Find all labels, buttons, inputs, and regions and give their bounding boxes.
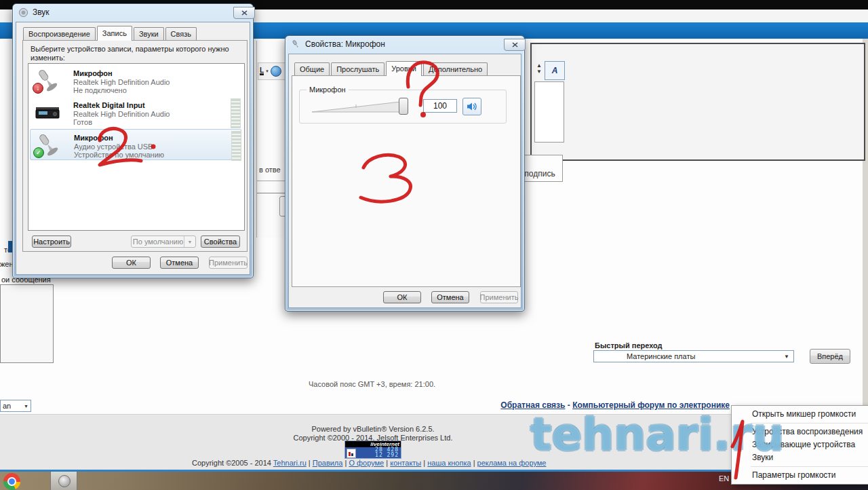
sound-dialog-body: Воспроизведение Запись Звуки Связь Выбер… [16, 22, 250, 275]
chevron-down-icon[interactable]: ▼ [184, 236, 195, 247]
left-panel-box [0, 284, 54, 363]
microphone-group-label: Микрофон [307, 86, 349, 94]
ok-button[interactable]: ОК [383, 291, 421, 303]
feedback-link[interactable]: Обратная связь [500, 400, 565, 410]
signature-label: подпись [524, 169, 555, 178]
cancel-label: Отмена [166, 259, 193, 267]
mic-properties-tabs: Общие Прослушать Уровни Дополнительно [294, 61, 489, 75]
tab-recording[interactable]: Запись [97, 26, 132, 41]
configure-button[interactable]: Настроить [32, 235, 71, 248]
post-text-fragment: в отве [259, 166, 281, 174]
apply-button[interactable]: Применить [480, 291, 518, 303]
default-device-badge-icon: ✓ [33, 147, 44, 158]
bottom-links: Обратная связь - Компьютерный форум по э… [434, 400, 730, 410]
footer-link-ads[interactable]: реклама на форуме [477, 459, 547, 467]
device-row-mic-usb[interactable]: ✓ Микрофон Аудио устройства USB Устройст… [30, 129, 241, 160]
language-dropdown[interactable]: an ▼ [0, 400, 31, 412]
speaker-icon [467, 102, 477, 111]
tab-listen[interactable]: Прослушать [331, 62, 384, 75]
level-value-input[interactable] [423, 99, 457, 113]
forward-button[interactable]: Вперёд [810, 349, 850, 364]
mic-properties-titlebar[interactable]: Свойства: Микрофон [285, 36, 524, 52]
menu-item-open-mixer[interactable]: Открыть микшер громкости [732, 408, 868, 421]
footer-link-contacts[interactable]: контакты [390, 459, 421, 467]
chrome-icon[interactable] [3, 473, 20, 490]
tab-communication[interactable]: Связь [165, 27, 197, 40]
apply-button[interactable]: Применить [209, 257, 248, 269]
cancel-button[interactable]: Отмена [160, 257, 199, 269]
digital-input-icon [34, 99, 61, 126]
microphone-icon [291, 39, 301, 50]
separator: | [344, 459, 347, 467]
font-color-icon[interactable]: A [545, 61, 565, 80]
timezone-text: Часовой пояс GMT +3, время: 21:00. [309, 380, 435, 388]
menu-item-volume-options[interactable]: Параметры громкости [732, 469, 868, 482]
chevron-down-icon: ▼ [24, 404, 28, 409]
separator: | [473, 459, 475, 467]
close-button[interactable] [233, 7, 255, 19]
footer-link-about[interactable]: О форуме [349, 459, 384, 467]
separator: | [309, 459, 311, 467]
cancel-label: Отмена [437, 293, 463, 301]
set-default-button[interactable]: По умолчанию ▼ [131, 235, 196, 248]
close-icon [241, 10, 248, 16]
device-properties-button[interactable]: Свойства [201, 235, 240, 248]
close-button[interactable] [504, 39, 526, 51]
tab-levels[interactable]: Уровни [386, 61, 422, 76]
footer-link-button[interactable]: наша кнопка [427, 459, 471, 467]
tray-language-indicator[interactable]: EN [719, 474, 729, 483]
speaker-shortcut-icon[interactable] [50, 472, 77, 490]
menu-item-playback-devices[interactable]: Устройства воспроизведения [732, 426, 868, 438]
link-dash: - [568, 400, 570, 410]
device-row-digital-input[interactable]: Realtek Digital Input Realtek High Defin… [30, 97, 241, 128]
level-slider-thumb[interactable] [399, 98, 408, 115]
separator: | [423, 459, 425, 467]
separator: | [386, 459, 388, 467]
chevron-down-icon: ▼ [265, 69, 269, 73]
sort-arrows-icon[interactable]: ▲▼ [536, 62, 542, 79]
forum-link[interactable]: Компьютерный форум по электронике [572, 400, 730, 410]
mic-properties-body: Общие Прослушать Уровни Дополнительно Ми… [288, 54, 521, 308]
footer-link-rules[interactable]: Правила [313, 459, 343, 467]
tab-general[interactable]: Общие [294, 62, 330, 75]
volume-context-menu: Открыть микшер громкости Устройства восп… [731, 405, 868, 485]
sound-dialog-titlebar[interactable]: Звук [13, 4, 253, 20]
configure-button-label: Настроить [33, 238, 70, 246]
levels-tab-page: Микрофон [292, 75, 521, 287]
sound-dialog-title: Звук [33, 7, 50, 17]
set-default-label: По умолчанию [133, 238, 183, 246]
instruction-text: Выберите устройство записи, параметры ко… [31, 45, 229, 62]
tab-sounds[interactable]: Звуки [134, 27, 164, 40]
sound-dialog: Звук Воспроизведение Запись Звуки Связь … [12, 3, 254, 278]
tab-advanced[interactable]: Дополнительно [423, 62, 488, 75]
screen: ▲▼ A подпись L ▼ в отве тем жен ои сообщ… [0, 0, 868, 490]
properties-button-label: Свойства [204, 238, 237, 246]
quick-nav-select[interactable]: Материнские платы ▼ [593, 350, 794, 362]
device-name: Микрофон [74, 134, 113, 142]
instruction-line1: Выберите устройство записи, параметры ко… [31, 45, 229, 54]
cancel-button[interactable]: Отмена [431, 291, 469, 303]
level-slider-track[interactable] [312, 99, 406, 117]
liveinternet-badge[interactable]: liveinternet 28 428 12 292 [344, 440, 401, 459]
font-color-button[interactable]: L [260, 67, 264, 75]
insert-link-icon[interactable] [271, 66, 281, 77]
editor-list-box [534, 81, 564, 143]
ok-button[interactable]: ОК [112, 257, 151, 269]
device-status: Готов [73, 118, 92, 126]
device-row-mic-realtek[interactable]: ↓ Микрофон Realtek High Definition Audio… [30, 65, 241, 96]
sound-dialog-tabs: Воспроизведение Запись Звуки Связь [23, 26, 198, 40]
menu-item-sounds[interactable]: Звуки [732, 451, 868, 464]
mute-button[interactable] [462, 98, 481, 115]
close-icon [512, 42, 518, 48]
device-status: Не подключено [73, 86, 127, 94]
tab-playback[interactable]: Воспроизведение [23, 27, 96, 40]
left-text-fragment: жен [0, 260, 14, 268]
footer-link-tehnari[interactable]: Tehnari.ru [273, 459, 307, 467]
apply-label: Применить [209, 259, 248, 267]
menu-item-recording-devices[interactable]: Записывающие устройства [732, 438, 868, 451]
mic-properties-dialog: Свойства: Микрофон Общие Прослушать Уров… [285, 35, 525, 312]
menu-separator [751, 466, 868, 467]
device-list: ↓ Микрофон Realtek High Definition Audio… [28, 63, 245, 231]
site-copyright-text: Copyright ©2005 - 2014 [192, 459, 271, 467]
apply-label: Применить [480, 293, 519, 301]
